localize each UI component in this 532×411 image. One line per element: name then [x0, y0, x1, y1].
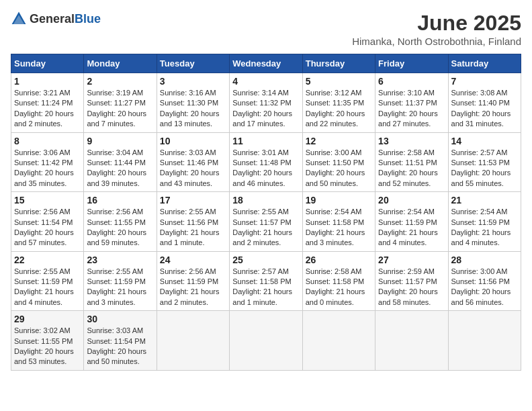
logo-text-blue: Blue — [75, 12, 101, 26]
day-number: 9 — [87, 136, 153, 146]
logo: GeneralBlue — [11, 11, 101, 27]
day-number: 5 — [306, 76, 372, 87]
day-cell: 11 Sunrise: 3:01 AM Sunset: 11:48 PM Day… — [230, 132, 302, 192]
day-number: 27 — [378, 255, 445, 265]
day-cell: 2 Sunrise: 3:19 AM Sunset: 11:27 PM Dayl… — [84, 73, 157, 133]
day-info: Sunrise: 2:58 AM Sunset: 11:51 PM Daylig… — [378, 148, 445, 189]
day-cell — [302, 311, 375, 371]
day-number: 4 — [232, 76, 299, 87]
weekday-header-monday: Monday — [84, 54, 157, 73]
day-cell: 12 Sunrise: 3:00 AM Sunset: 11:50 PM Day… — [302, 132, 375, 192]
day-info: Sunrise: 2:54 AM Sunset: 11:59 PM Daylig… — [378, 207, 445, 248]
day-info: Sunrise: 3:08 AM Sunset: 11:40 PM Daylig… — [451, 88, 518, 130]
weekday-header-thursday: Thursday — [302, 54, 375, 73]
calendar-table: SundayMondayTuesdayWednesdayThursdayFrid… — [11, 54, 521, 371]
day-info: Sunrise: 3:06 AM Sunset: 11:42 PM Daylig… — [14, 148, 81, 189]
day-info: Sunrise: 3:10 AM Sunset: 11:37 PM Daylig… — [378, 88, 445, 130]
day-info: Sunrise: 2:56 AM Sunset: 11:55 PM Daylig… — [87, 207, 153, 248]
day-cell: 29 Sunrise: 3:02 AM Sunset: 11:55 PM Day… — [11, 311, 84, 371]
day-number: 13 — [378, 136, 445, 146]
day-info: Sunrise: 3:16 AM Sunset: 11:30 PM Daylig… — [160, 88, 226, 130]
day-cell — [157, 311, 229, 371]
weekday-header-sunday: Sunday — [11, 54, 84, 73]
day-number: 14 — [451, 136, 518, 146]
day-number: 28 — [451, 255, 518, 265]
day-cell: 13 Sunrise: 2:58 AM Sunset: 11:51 PM Day… — [375, 132, 448, 192]
day-cell: 9 Sunrise: 3:04 AM Sunset: 11:44 PM Dayl… — [84, 132, 157, 192]
day-info: Sunrise: 2:54 AM Sunset: 11:59 PM Daylig… — [451, 207, 518, 248]
day-number: 11 — [232, 136, 299, 146]
day-info: Sunrise: 3:14 AM Sunset: 11:32 PM Daylig… — [232, 88, 299, 130]
day-info: Sunrise: 3:03 AM Sunset: 11:54 PM Daylig… — [87, 326, 153, 367]
day-info: Sunrise: 2:55 AM Sunset: 11:59 PM Daylig… — [87, 267, 153, 308]
day-info: Sunrise: 3:01 AM Sunset: 11:48 PM Daylig… — [232, 148, 299, 189]
title-area: June 2025 Himanka, North Ostrobothnia, F… — [352, 11, 521, 47]
weekday-header-tuesday: Tuesday — [157, 54, 229, 73]
header: GeneralBlue June 2025 Himanka, North Ost… — [11, 11, 521, 47]
day-cell: 23 Sunrise: 2:55 AM Sunset: 11:59 PM Day… — [84, 251, 157, 311]
day-number: 7 — [451, 76, 518, 87]
day-cell: 4 Sunrise: 3:14 AM Sunset: 11:32 PM Dayl… — [230, 73, 302, 133]
day-info: Sunrise: 3:02 AM Sunset: 11:55 PM Daylig… — [14, 326, 81, 367]
day-info: Sunrise: 3:19 AM Sunset: 11:27 PM Daylig… — [87, 88, 153, 130]
day-number: 3 — [160, 76, 226, 87]
day-number: 1 — [14, 76, 81, 87]
day-number: 8 — [14, 136, 81, 146]
day-info: Sunrise: 2:57 AM Sunset: 11:53 PM Daylig… — [451, 148, 518, 189]
day-info: Sunrise: 3:04 AM Sunset: 11:44 PM Daylig… — [87, 148, 153, 189]
week-row-2: 8 Sunrise: 3:06 AM Sunset: 11:42 PM Dayl… — [11, 132, 521, 192]
day-info: Sunrise: 2:56 AM Sunset: 11:54 PM Daylig… — [14, 207, 81, 248]
day-number: 18 — [232, 195, 299, 205]
day-number: 15 — [14, 195, 81, 205]
weekday-header-saturday: Saturday — [448, 54, 521, 73]
day-cell: 19 Sunrise: 2:54 AM Sunset: 11:58 PM Day… — [302, 192, 375, 252]
day-number: 19 — [306, 195, 372, 205]
day-number: 29 — [14, 314, 81, 324]
day-info: Sunrise: 2:55 AM Sunset: 11:56 PM Daylig… — [160, 207, 226, 248]
week-row-4: 22 Sunrise: 2:55 AM Sunset: 11:59 PM Day… — [11, 251, 521, 311]
day-cell: 7 Sunrise: 3:08 AM Sunset: 11:40 PM Dayl… — [448, 73, 521, 133]
day-info: Sunrise: 2:54 AM Sunset: 11:58 PM Daylig… — [306, 207, 372, 248]
weekday-header-wednesday: Wednesday — [230, 54, 302, 73]
day-info: Sunrise: 3:21 AM Sunset: 11:24 PM Daylig… — [14, 88, 81, 130]
day-cell: 17 Sunrise: 2:55 AM Sunset: 11:56 PM Day… — [157, 192, 229, 252]
day-cell: 25 Sunrise: 2:57 AM Sunset: 11:58 PM Day… — [230, 251, 302, 311]
day-number: 22 — [14, 255, 81, 265]
logo-text-general: General — [30, 12, 75, 26]
day-cell: 16 Sunrise: 2:56 AM Sunset: 11:55 PM Day… — [84, 192, 157, 252]
day-number: 26 — [306, 255, 372, 265]
day-cell: 26 Sunrise: 2:58 AM Sunset: 11:58 PM Day… — [302, 251, 375, 311]
day-number: 24 — [160, 255, 226, 265]
day-info: Sunrise: 2:58 AM Sunset: 11:58 PM Daylig… — [306, 267, 372, 308]
day-cell: 27 Sunrise: 2:59 AM Sunset: 11:57 PM Day… — [375, 251, 448, 311]
day-cell: 6 Sunrise: 3:10 AM Sunset: 11:37 PM Dayl… — [375, 73, 448, 133]
day-cell — [375, 311, 448, 371]
day-info: Sunrise: 2:55 AM Sunset: 11:59 PM Daylig… — [14, 267, 81, 308]
day-cell: 3 Sunrise: 3:16 AM Sunset: 11:30 PM Dayl… — [157, 73, 229, 133]
day-cell: 14 Sunrise: 2:57 AM Sunset: 11:53 PM Day… — [448, 132, 521, 192]
day-cell: 22 Sunrise: 2:55 AM Sunset: 11:59 PM Day… — [11, 251, 84, 311]
weekday-header-friday: Friday — [375, 54, 448, 73]
day-cell: 24 Sunrise: 2:56 AM Sunset: 11:59 PM Day… — [157, 251, 229, 311]
day-cell: 1 Sunrise: 3:21 AM Sunset: 11:24 PM Dayl… — [11, 73, 84, 133]
week-row-5: 29 Sunrise: 3:02 AM Sunset: 11:55 PM Day… — [11, 311, 521, 371]
month-title: June 2025 — [352, 11, 521, 36]
week-row-1: 1 Sunrise: 3:21 AM Sunset: 11:24 PM Dayl… — [11, 73, 521, 133]
day-info: Sunrise: 2:59 AM Sunset: 11:57 PM Daylig… — [378, 267, 445, 308]
day-cell: 15 Sunrise: 2:56 AM Sunset: 11:54 PM Day… — [11, 192, 84, 252]
week-row-3: 15 Sunrise: 2:56 AM Sunset: 11:54 PM Day… — [11, 192, 521, 252]
day-number: 17 — [160, 195, 226, 205]
day-cell: 28 Sunrise: 3:00 AM Sunset: 11:56 PM Day… — [448, 251, 521, 311]
day-cell: 20 Sunrise: 2:54 AM Sunset: 11:59 PM Day… — [375, 192, 448, 252]
day-info: Sunrise: 2:56 AM Sunset: 11:59 PM Daylig… — [160, 267, 226, 308]
day-cell — [230, 311, 302, 371]
logo-icon — [11, 11, 27, 27]
day-number: 25 — [232, 255, 299, 265]
location-title: Himanka, North Ostrobothnia, Finland — [352, 36, 521, 47]
day-number: 2 — [87, 76, 153, 87]
day-number: 10 — [160, 136, 226, 146]
day-cell: 30 Sunrise: 3:03 AM Sunset: 11:54 PM Day… — [84, 311, 157, 371]
day-info: Sunrise: 2:55 AM Sunset: 11:57 PM Daylig… — [232, 207, 299, 248]
day-cell: 18 Sunrise: 2:55 AM Sunset: 11:57 PM Day… — [230, 192, 302, 252]
day-info: Sunrise: 3:12 AM Sunset: 11:35 PM Daylig… — [306, 88, 372, 130]
